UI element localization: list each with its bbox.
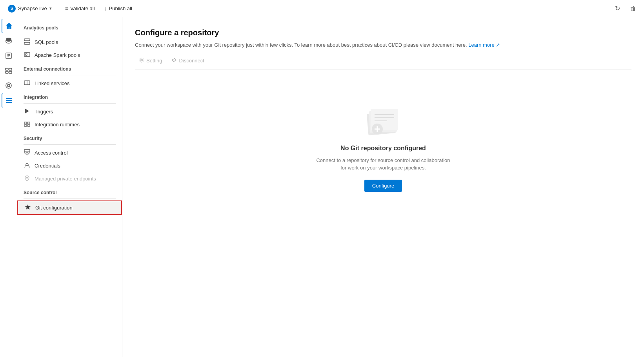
access-control-icon [24, 149, 31, 157]
svg-rect-24 [24, 125, 27, 126]
workspace-selector[interactable]: S Synapse live ▾ [5, 3, 55, 14]
topbar: S Synapse live ▾ ≡ Validate all ↑ Publis… [0, 0, 644, 17]
svg-point-10 [7, 84, 10, 87]
sidebar-develop-icon[interactable] [2, 49, 16, 63]
svg-point-9 [6, 83, 11, 88]
disconnect-label: Disconnect [179, 58, 204, 64]
external-connections-divider [24, 75, 116, 75]
sidebar-icons [0, 17, 17, 357]
svg-rect-18 [25, 54, 27, 55]
git-configuration-label: Git configuration [35, 205, 73, 211]
nav-panel: Analytics pools SQL pools Apache Spark p… [17, 17, 122, 357]
setting-label: Setting [146, 58, 162, 64]
spark-pools-icon [24, 51, 31, 59]
nav-item-credentials[interactable]: Credentials [17, 159, 122, 172]
svg-point-30 [27, 177, 28, 178]
disconnect-icon [171, 57, 177, 64]
empty-title: No Git repository configured [340, 145, 426, 152]
validate-all-button[interactable]: ≡ Validate all [61, 4, 99, 14]
git-configuration-icon [24, 204, 31, 211]
apache-spark-pools-label: Apache Spark pools [35, 52, 80, 58]
toolbar: Setting Disconnect [135, 55, 631, 69]
integration-runtimes-icon [24, 121, 31, 128]
nav-item-apache-spark-pools[interactable]: Apache Spark pools [17, 49, 122, 62]
analytics-pools-section: Analytics pools [17, 20, 122, 32]
integration-runtimes-label: Integration runtimes [35, 122, 80, 128]
triggers-icon [24, 108, 31, 115]
refresh-button[interactable]: ↻ [611, 2, 624, 15]
validate-icon: ≡ [65, 5, 68, 12]
nav-item-access-control[interactable]: Access control [17, 146, 122, 159]
nav-item-sql-pools[interactable]: SQL pools [17, 36, 122, 49]
integration-section: Integration [17, 90, 122, 102]
git-illustration [360, 101, 407, 140]
svg-point-31 [141, 59, 142, 60]
analytics-pools-divider [24, 34, 116, 34]
synapse-logo: S [8, 5, 16, 13]
content-area: Configure a repository Connect your work… [122, 17, 644, 357]
sidebar-home-icon[interactable] [2, 19, 16, 33]
nav-item-linked-services[interactable]: Linked services [17, 77, 122, 90]
sidebar-monitor-icon[interactable] [2, 78, 16, 93]
svg-rect-15 [24, 42, 30, 44]
credentials-label: Credentials [35, 163, 60, 169]
svg-rect-25 [27, 125, 30, 126]
publish-icon: ↑ [104, 5, 107, 12]
setting-icon [139, 57, 144, 64]
svg-rect-5 [5, 68, 8, 70]
sql-pools-icon [24, 38, 31, 46]
linked-services-icon [24, 80, 31, 87]
setting-button[interactable]: Setting [135, 55, 166, 66]
learn-more-link[interactable]: Learn more ↗ [468, 42, 500, 48]
svg-rect-12 [6, 100, 12, 101]
integration-divider [24, 103, 116, 104]
source-control-section: Source control [17, 185, 122, 197]
sidebar-integrate-icon[interactable] [2, 64, 16, 78]
empty-subtitle: Connect to a repository for source contr… [316, 157, 450, 172]
nav-item-git-configuration[interactable]: Git configuration [17, 200, 122, 215]
security-section: Security [17, 131, 122, 143]
svg-rect-13 [6, 102, 12, 103]
page-title: Configure a repository [135, 28, 631, 37]
publish-all-button[interactable]: ↑ Publish all [100, 4, 136, 14]
empty-state: No Git repository configured Connect to … [135, 101, 631, 192]
external-connections-section: External connections [17, 62, 122, 73]
svg-rect-6 [9, 68, 12, 70]
managed-private-endpoints-label: Managed private endpoints [35, 176, 96, 182]
svg-rect-14 [24, 39, 30, 41]
svg-rect-23 [27, 122, 30, 124]
svg-rect-22 [24, 122, 27, 124]
sidebar-data-icon[interactable] [2, 34, 16, 48]
main-layout: Analytics pools SQL pools Apache Spark p… [0, 17, 644, 357]
disconnect-button[interactable]: Disconnect [167, 55, 208, 66]
page-description: Connect your workspace with your Git rep… [135, 41, 631, 49]
nav-item-integration-runtimes[interactable]: Integration runtimes [17, 118, 122, 131]
sidebar-manage-icon[interactable] [2, 93, 16, 107]
managed-private-endpoints-icon [24, 175, 31, 182]
security-divider [24, 144, 116, 145]
credentials-icon [24, 162, 31, 169]
workspace-chevron-icon: ▾ [49, 6, 52, 11]
topbar-right: ↻ 🗑 [611, 2, 639, 15]
nav-item-triggers[interactable]: Triggers [17, 105, 122, 118]
svg-rect-8 [9, 71, 12, 73]
svg-rect-7 [5, 71, 8, 73]
access-control-label: Access control [35, 150, 68, 156]
triggers-label: Triggers [35, 109, 53, 115]
nav-item-managed-private-endpoints: Managed private endpoints [17, 172, 122, 185]
topbar-actions: ≡ Validate all ↑ Publish all [61, 4, 136, 14]
svg-marker-21 [25, 109, 29, 113]
configure-button[interactable]: Configure [364, 180, 402, 192]
delete-button[interactable]: 🗑 [627, 2, 639, 15]
sql-pools-label: SQL pools [35, 39, 58, 45]
svg-rect-11 [6, 98, 12, 99]
linked-services-label: Linked services [35, 80, 70, 86]
source-control-divider [24, 199, 116, 199]
workspace-name: Synapse live [18, 5, 47, 11]
